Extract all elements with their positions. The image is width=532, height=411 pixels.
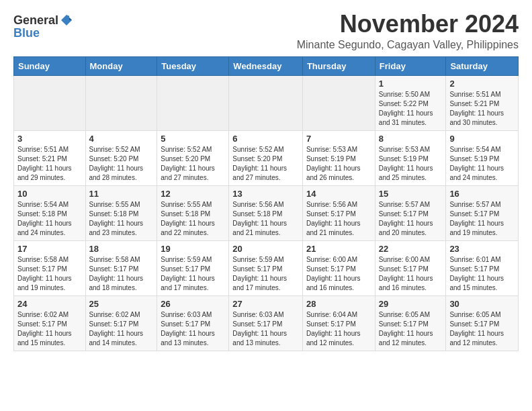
day-info: Sunrise: 6:01 AM Sunset: 5:17 PM Dayligh… <box>449 255 515 293</box>
title-section: November 2024 Minante Segundo, Cagayan V… <box>73 11 519 51</box>
day-number: 4 <box>89 134 154 144</box>
day-info: Sunrise: 5:57 AM Sunset: 5:17 PM Dayligh… <box>379 200 443 238</box>
calendar-cell: 15Sunrise: 5:57 AM Sunset: 5:17 PM Dayli… <box>375 185 446 240</box>
calendar-cell: 4Sunrise: 5:52 AM Sunset: 5:20 PM Daylig… <box>85 130 157 185</box>
day-number: 30 <box>449 299 515 309</box>
calendar-cell: 10Sunrise: 5:54 AM Sunset: 5:18 PM Dayli… <box>14 185 86 240</box>
day-info: Sunrise: 5:53 AM Sunset: 5:19 PM Dayligh… <box>306 145 371 183</box>
calendar-cell: 24Sunrise: 6:02 AM Sunset: 5:17 PM Dayli… <box>14 295 86 351</box>
calendar-cell: 25Sunrise: 6:02 AM Sunset: 5:17 PM Dayli… <box>85 295 157 351</box>
day-number: 22 <box>379 244 443 254</box>
day-number: 29 <box>379 299 443 309</box>
logo-general: General <box>13 14 58 26</box>
calendar-cell: 21Sunrise: 6:00 AM Sunset: 5:17 PM Dayli… <box>302 240 375 295</box>
calendar-cell <box>229 75 303 130</box>
day-info: Sunrise: 5:52 AM Sunset: 5:20 PM Dayligh… <box>161 145 225 183</box>
logo: General Blue <box>13 11 73 39</box>
calendar-cell: 20Sunrise: 5:59 AM Sunset: 5:17 PM Dayli… <box>229 240 303 295</box>
day-info: Sunrise: 5:52 AM Sunset: 5:20 PM Dayligh… <box>232 145 299 183</box>
weekday-header-wednesday: Wednesday <box>229 56 303 75</box>
day-number: 16 <box>449 189 515 199</box>
location-title: Minante Segundo, Cagayan Valley, Philipp… <box>73 39 519 51</box>
calendar-week-2: 3Sunrise: 5:51 AM Sunset: 5:21 PM Daylig… <box>14 130 519 185</box>
day-info: Sunrise: 5:55 AM Sunset: 5:18 PM Dayligh… <box>89 200 154 238</box>
weekday-header-tuesday: Tuesday <box>157 56 229 75</box>
day-info: Sunrise: 6:02 AM Sunset: 5:17 PM Dayligh… <box>89 310 154 348</box>
calendar-cell: 9Sunrise: 5:54 AM Sunset: 5:19 PM Daylig… <box>446 130 519 185</box>
calendar-cell: 18Sunrise: 5:58 AM Sunset: 5:17 PM Dayli… <box>85 240 157 295</box>
calendar-cell <box>157 75 229 130</box>
day-info: Sunrise: 5:59 AM Sunset: 5:17 PM Dayligh… <box>232 255 299 293</box>
calendar-cell: 14Sunrise: 5:56 AM Sunset: 5:17 PM Dayli… <box>302 185 375 240</box>
day-info: Sunrise: 5:50 AM Sunset: 5:22 PM Dayligh… <box>379 90 443 128</box>
calendar-cell: 27Sunrise: 6:03 AM Sunset: 5:17 PM Dayli… <box>229 295 303 351</box>
weekday-header-sunday: Sunday <box>14 56 86 75</box>
calendar-cell: 28Sunrise: 6:04 AM Sunset: 5:17 PM Dayli… <box>302 295 375 351</box>
weekday-header-thursday: Thursday <box>302 56 375 75</box>
day-number: 26 <box>161 299 225 309</box>
day-info: Sunrise: 6:00 AM Sunset: 5:17 PM Dayligh… <box>306 255 371 293</box>
calendar-week-3: 10Sunrise: 5:54 AM Sunset: 5:18 PM Dayli… <box>14 185 519 240</box>
day-info: Sunrise: 5:59 AM Sunset: 5:17 PM Dayligh… <box>161 255 225 293</box>
day-number: 25 <box>89 299 154 309</box>
day-number: 20 <box>232 244 299 254</box>
day-info: Sunrise: 5:55 AM Sunset: 5:18 PM Dayligh… <box>161 200 225 238</box>
calendar-cell: 2Sunrise: 5:51 AM Sunset: 5:21 PM Daylig… <box>446 75 519 130</box>
day-number: 8 <box>379 134 443 144</box>
calendar-cell: 11Sunrise: 5:55 AM Sunset: 5:18 PM Dayli… <box>85 185 157 240</box>
day-info: Sunrise: 6:04 AM Sunset: 5:17 PM Dayligh… <box>306 310 371 348</box>
day-number: 23 <box>449 244 515 254</box>
day-info: Sunrise: 5:56 AM Sunset: 5:17 PM Dayligh… <box>306 200 371 238</box>
day-number: 12 <box>161 189 225 199</box>
weekday-header-row: SundayMondayTuesdayWednesdayThursdayFrid… <box>14 56 519 75</box>
calendar-cell: 6Sunrise: 5:52 AM Sunset: 5:20 PM Daylig… <box>229 130 303 185</box>
calendar-cell: 23Sunrise: 6:01 AM Sunset: 5:17 PM Dayli… <box>446 240 519 295</box>
day-number: 14 <box>306 189 371 199</box>
day-info: Sunrise: 6:03 AM Sunset: 5:17 PM Dayligh… <box>232 310 299 348</box>
day-info: Sunrise: 5:52 AM Sunset: 5:20 PM Dayligh… <box>89 145 154 183</box>
calendar-week-4: 17Sunrise: 5:58 AM Sunset: 5:17 PM Dayli… <box>14 240 519 295</box>
calendar-cell: 29Sunrise: 6:05 AM Sunset: 5:17 PM Dayli… <box>375 295 446 351</box>
day-number: 11 <box>89 189 154 199</box>
day-number: 17 <box>17 244 82 254</box>
weekday-header-friday: Friday <box>375 56 446 75</box>
calendar-cell: 22Sunrise: 6:00 AM Sunset: 5:17 PM Dayli… <box>375 240 446 295</box>
day-number: 7 <box>306 134 371 144</box>
calendar-cell <box>302 75 375 130</box>
day-number: 3 <box>17 134 82 144</box>
day-number: 9 <box>449 134 515 144</box>
day-number: 28 <box>306 299 371 309</box>
calendar-cell: 26Sunrise: 6:03 AM Sunset: 5:17 PM Dayli… <box>157 295 229 351</box>
day-info: Sunrise: 5:57 AM Sunset: 5:17 PM Dayligh… <box>449 200 515 238</box>
day-number: 2 <box>449 79 515 89</box>
day-number: 24 <box>17 299 82 309</box>
day-info: Sunrise: 5:54 AM Sunset: 5:18 PM Dayligh… <box>17 200 82 238</box>
calendar-cell <box>85 75 157 130</box>
day-number: 5 <box>161 134 225 144</box>
day-info: Sunrise: 5:58 AM Sunset: 5:17 PM Dayligh… <box>89 255 154 293</box>
calendar-cell: 5Sunrise: 5:52 AM Sunset: 5:20 PM Daylig… <box>157 130 229 185</box>
calendar-cell: 13Sunrise: 5:56 AM Sunset: 5:18 PM Dayli… <box>229 185 303 240</box>
calendar-cell: 30Sunrise: 6:05 AM Sunset: 5:17 PM Dayli… <box>446 295 519 351</box>
day-number: 6 <box>232 134 299 144</box>
day-info: Sunrise: 5:58 AM Sunset: 5:17 PM Dayligh… <box>17 255 82 293</box>
calendar-cell: 1Sunrise: 5:50 AM Sunset: 5:22 PM Daylig… <box>375 75 446 130</box>
calendar-week-5: 24Sunrise: 6:02 AM Sunset: 5:17 PM Dayli… <box>14 295 519 351</box>
day-number: 10 <box>17 189 82 199</box>
calendar-cell: 12Sunrise: 5:55 AM Sunset: 5:18 PM Dayli… <box>157 185 229 240</box>
page-header: General Blue November 2024 Minante Segun… <box>13 11 519 51</box>
calendar-cell: 8Sunrise: 5:53 AM Sunset: 5:19 PM Daylig… <box>375 130 446 185</box>
calendar-cell: 19Sunrise: 5:59 AM Sunset: 5:17 PM Dayli… <box>157 240 229 295</box>
calendar-cell: 7Sunrise: 5:53 AM Sunset: 5:19 PM Daylig… <box>302 130 375 185</box>
day-info: Sunrise: 6:05 AM Sunset: 5:17 PM Dayligh… <box>449 310 515 348</box>
day-number: 21 <box>306 244 371 254</box>
day-number: 15 <box>379 189 443 199</box>
day-info: Sunrise: 5:51 AM Sunset: 5:21 PM Dayligh… <box>17 145 82 183</box>
day-number: 1 <box>379 79 443 89</box>
calendar-table: SundayMondayTuesdayWednesdayThursdayFrid… <box>13 56 519 351</box>
logo-blue: Blue <box>13 27 40 39</box>
calendar-cell: 17Sunrise: 5:58 AM Sunset: 5:17 PM Dayli… <box>14 240 86 295</box>
day-info: Sunrise: 6:03 AM Sunset: 5:17 PM Dayligh… <box>161 310 225 348</box>
day-info: Sunrise: 5:54 AM Sunset: 5:19 PM Dayligh… <box>449 145 515 183</box>
weekday-header-saturday: Saturday <box>446 56 519 75</box>
